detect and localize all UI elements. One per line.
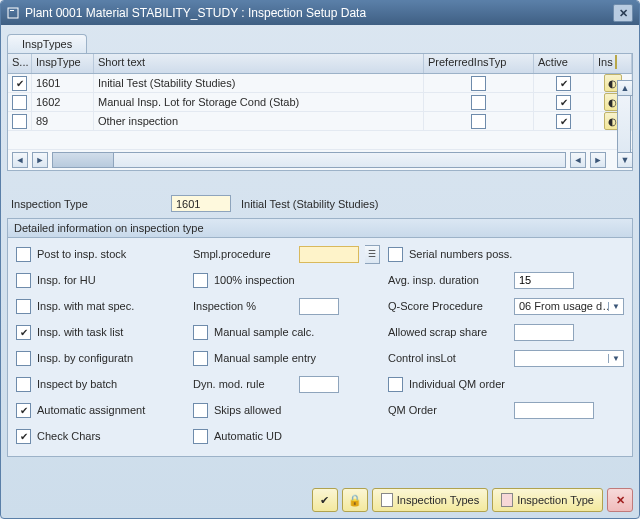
table-row[interactable]: 1602 Manual Insp. Lot for Storage Cond (… (8, 93, 632, 112)
smpl-procedure-f4-icon[interactable]: ☰ (365, 245, 380, 264)
auto-ud-checkbox[interactable] (193, 429, 208, 444)
table-body: 1601 Initial Test (Stability Studies) ◐ … (8, 74, 632, 150)
vscroll-track[interactable] (617, 96, 631, 152)
tab-insptypes[interactable]: InspTypes (7, 34, 87, 53)
insp-config-checkbox[interactable] (16, 351, 31, 366)
allowed-scrap-input[interactable] (514, 324, 574, 341)
scroll-track[interactable] (52, 152, 566, 168)
inspect-batch-checkbox[interactable] (16, 377, 31, 392)
row-select-checkbox[interactable] (12, 114, 27, 129)
row-shorttext: Other inspection (94, 112, 424, 130)
smpl-procedure-input[interactable] (299, 246, 359, 263)
chevron-down-icon: ▼ (608, 302, 623, 311)
control-inslot-dropdown[interactable]: ▼ (514, 350, 624, 367)
insp-hu-checkbox[interactable] (16, 273, 31, 288)
auto-assign-label: Automatic assignment (37, 404, 145, 416)
row-active-checkbox[interactable] (556, 95, 571, 110)
row-preferred-checkbox[interactable] (471, 95, 486, 110)
insp-tasklist-checkbox[interactable] (16, 325, 31, 340)
man-sample-entry-checkbox[interactable] (193, 351, 208, 366)
table-config-icon[interactable] (615, 55, 617, 69)
qscore-label: Q-Score Procedure (388, 300, 508, 312)
inspection-types-button[interactable]: Inspection Types (372, 488, 488, 512)
insp-hu-label: Insp. for HU (37, 274, 96, 286)
insp-100-label: 100% inspection (214, 274, 295, 286)
insp-percent-input[interactable] (299, 298, 339, 315)
avg-dur-input[interactable] (514, 272, 574, 289)
table-row[interactable]: 89 Other inspection ◐ (8, 112, 632, 131)
check-chars-checkbox[interactable] (16, 429, 31, 444)
lock-button[interactable]: 🔒 (342, 488, 368, 512)
insp-100-checkbox[interactable] (193, 273, 208, 288)
insp-config-label: Insp. by configuratn (37, 352, 133, 364)
post-insp-stock-checkbox[interactable] (16, 247, 31, 262)
row-active-checkbox[interactable] (556, 114, 571, 129)
qscore-dropdown[interactable]: 06 From usage d…▼ (514, 298, 624, 315)
dyn-mod-rule-label: Dyn. mod. rule (193, 378, 293, 390)
window-close-button[interactable]: ✕ (613, 4, 633, 22)
inspection-types-label: Inspection Types (397, 494, 479, 506)
scroll-left2-icon[interactable]: ◄ (570, 152, 586, 168)
row-type: 89 (32, 112, 94, 130)
col-shorttext[interactable]: Short text (94, 54, 424, 73)
row-preferred-checkbox[interactable] (471, 114, 486, 129)
form-col-2: Smpl.procedure ☰ 100% inspection Inspect… (193, 244, 380, 446)
close-icon: ✕ (616, 494, 625, 507)
col-active[interactable]: Active (534, 54, 594, 73)
row-active-checkbox[interactable] (556, 76, 571, 91)
allowed-scrap-label: Allowed scrap share (388, 326, 508, 338)
inspection-type-label: Inspection Type (517, 494, 594, 506)
qm-order-input[interactable] (514, 402, 594, 419)
col-select[interactable]: S... (8, 54, 32, 73)
control-inslot-label: Control insLot (388, 352, 508, 364)
smpl-procedure-label: Smpl.procedure (193, 248, 293, 260)
row-select-checkbox[interactable] (12, 76, 27, 91)
serial-poss-checkbox[interactable] (388, 247, 403, 262)
scroll-left-icon[interactable]: ◄ (12, 152, 28, 168)
row-type: 1601 (32, 74, 94, 92)
table-vscroll[interactable]: ▲ ▼ (617, 80, 631, 168)
row-shorttext: Manual Insp. Lot for Storage Cond (Stab) (94, 93, 424, 111)
scroll-right2-icon[interactable]: ► (590, 152, 606, 168)
table-row[interactable]: 1601 Initial Test (Stability Studies) ◐ (8, 74, 632, 93)
serial-poss-label: Serial numbers poss. (409, 248, 512, 260)
scroll-right-icon[interactable]: ► (32, 152, 48, 168)
row-preferred-checkbox[interactable] (471, 76, 486, 91)
man-sample-calc-label: Manual sample calc. (214, 326, 314, 338)
qscore-value: 06 From usage d… (515, 300, 608, 312)
selected-insp-row: Inspection Type 1601 Initial Test (Stabi… (1, 189, 639, 218)
col-insptype[interactable]: InspType (32, 54, 94, 73)
inspection-type-button[interactable]: Inspection Type (492, 488, 603, 512)
skips-allowed-label: Skips allowed (214, 404, 281, 416)
dyn-mod-rule-input[interactable] (299, 376, 339, 393)
footer-toolbar: ✔ 🔒 Inspection Types Inspection Type ✕ (7, 488, 633, 512)
man-sample-calc-checkbox[interactable] (193, 325, 208, 340)
check-button[interactable]: ✔ (312, 488, 338, 512)
col-ins[interactable]: Ins (594, 54, 632, 73)
post-insp-stock-label: Post to insp. stock (37, 248, 126, 260)
table-row-empty (8, 131, 632, 150)
row-select-checkbox[interactable] (12, 95, 27, 110)
indiv-qm-label: Individual QM order (409, 378, 505, 390)
form-col-3: Serial numbers poss. Avg. insp. duration… (388, 244, 624, 446)
insp-matspec-checkbox[interactable] (16, 299, 31, 314)
col-preferred[interactable]: PreferredInsTyp (424, 54, 534, 73)
auto-assign-checkbox[interactable] (16, 403, 31, 418)
cancel-button[interactable]: ✕ (607, 488, 633, 512)
row-type: 1602 (32, 93, 94, 111)
insp-percent-label: Inspection % (193, 300, 293, 312)
page-icon (501, 493, 513, 507)
check-chars-label: Check Chars (37, 430, 101, 442)
scroll-down-icon[interactable]: ▼ (617, 152, 633, 168)
inspect-batch-label: Inspect by batch (37, 378, 117, 390)
indiv-qm-checkbox[interactable] (388, 377, 403, 392)
window-title: Plant 0001 Material STABILITY_STUDY : In… (25, 6, 613, 20)
scroll-up-icon[interactable]: ▲ (617, 80, 633, 96)
detail-group-title: Detailed information on inspection type (8, 219, 632, 238)
qm-order-label: QM Order (388, 404, 508, 416)
man-sample-entry-label: Manual sample entry (214, 352, 316, 364)
avg-dur-label: Avg. insp. duration (388, 274, 508, 286)
scroll-thumb[interactable] (53, 153, 114, 167)
skips-allowed-checkbox[interactable] (193, 403, 208, 418)
tabstrip: InspTypes (1, 25, 639, 53)
